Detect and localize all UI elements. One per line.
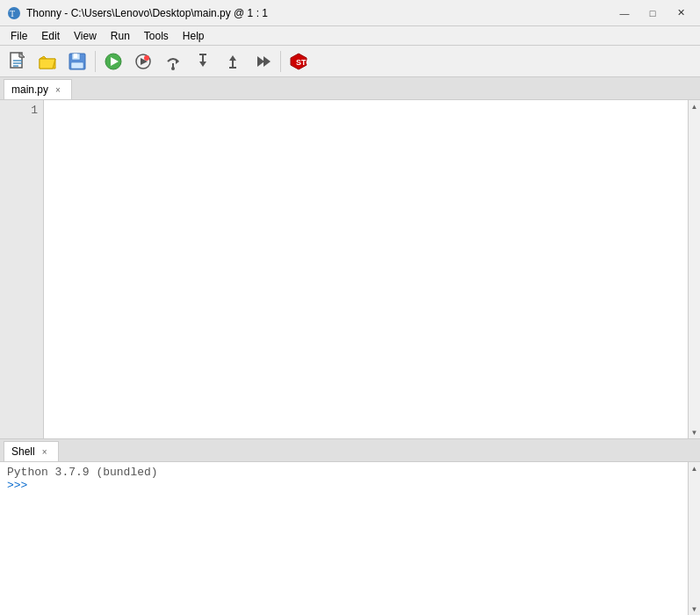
toolbar-separator-2: [280, 51, 281, 72]
stop-button[interactable]: STOP: [285, 48, 313, 75]
shell-tab[interactable]: Shell ×: [4, 441, 59, 461]
title-bar: T Thonny - C:\Users\Lenovo\Desktop\main.…: [0, 0, 700, 26]
menu-bar: File Edit View Run Tools Help: [0, 26, 700, 46]
maximize-button[interactable]: □: [640, 4, 665, 22]
line-number-1: 1: [0, 104, 38, 117]
menu-edit[interactable]: Edit: [34, 28, 67, 44]
line-numbers: 1: [0, 100, 44, 438]
svg-text:T: T: [10, 9, 15, 18]
save-button[interactable]: [63, 48, 91, 75]
svg-point-18: [171, 67, 175, 70]
title-controls: — □ ✕: [612, 4, 693, 22]
editor-area: main.py × 1 ▲ ▼: [0, 77, 700, 439]
debug-icon: [134, 52, 153, 71]
editor-content: 1 ▲ ▼: [0, 100, 700, 438]
menu-tools[interactable]: Tools: [137, 28, 176, 44]
scroll-up-arrow[interactable]: ▲: [689, 100, 701, 112]
resume-icon: [253, 52, 272, 71]
shell-tab-close-button[interactable]: ×: [39, 445, 51, 458]
step-into-icon: [193, 52, 213, 71]
menu-file[interactable]: File: [4, 28, 34, 44]
main-content: main.py × 1 ▲ ▼ Shell ×: [0, 77, 700, 615]
step-out-button[interactable]: [219, 48, 247, 75]
minimize-button[interactable]: —: [612, 4, 637, 22]
shell-scroll-down-arrow[interactable]: ▼: [689, 603, 701, 615]
shell-text[interactable]: Python 3.7.9 (bundled) >>>: [0, 462, 688, 615]
menu-help[interactable]: Help: [176, 28, 212, 44]
shell-prompt: >>>: [7, 479, 681, 492]
editor-scrollbar[interactable]: ▲ ▼: [688, 100, 700, 438]
tab-close-button[interactable]: ×: [52, 83, 64, 96]
step-over-button[interactable]: [159, 48, 187, 75]
svg-marker-20: [199, 62, 206, 67]
step-out-icon: [223, 52, 242, 71]
title-left: T Thonny - C:\Users\Lenovo\Desktop\main.…: [7, 6, 268, 20]
shell-content: Python 3.7.9 (bundled) >>> ▲ ▼: [0, 462, 700, 615]
debug-button[interactable]: [129, 48, 157, 75]
svg-rect-10: [71, 62, 83, 69]
shell-scroll-up-arrow[interactable]: ▲: [689, 462, 701, 474]
stop-icon: STOP: [289, 52, 308, 71]
svg-marker-26: [263, 56, 271, 67]
run-button[interactable]: [99, 48, 127, 75]
tab-label: main.py: [11, 83, 48, 96]
new-button[interactable]: [4, 48, 32, 75]
svg-text:STOP: STOP: [296, 58, 308, 67]
shell-tab-bar: Shell ×: [0, 439, 700, 462]
open-button[interactable]: [33, 48, 61, 75]
shell-version-text: Python 3.7.9 (bundled): [7, 466, 681, 479]
save-icon: [68, 52, 87, 71]
run-icon: [104, 52, 123, 71]
toolbar-separator-1: [95, 51, 96, 72]
step-over-icon: [163, 52, 183, 71]
scroll-track: [689, 112, 701, 426]
app-icon: T: [7, 6, 21, 20]
menu-view[interactable]: View: [67, 28, 104, 44]
editor-tab-main-py[interactable]: main.py ×: [4, 79, 72, 99]
svg-marker-25: [257, 56, 264, 67]
toolbar: STOP: [0, 46, 700, 77]
menu-run[interactable]: Run: [104, 28, 137, 44]
new-file-icon: [8, 52, 27, 71]
step-into-button[interactable]: [189, 48, 217, 75]
shell-scroll-track: [689, 474, 701, 603]
editor-tab-bar: main.py ×: [0, 77, 700, 100]
close-button[interactable]: ✕: [668, 4, 693, 22]
shell-tab-label: Shell: [11, 445, 35, 458]
svg-rect-9: [74, 54, 77, 58]
title-text: Thonny - C:\Users\Lenovo\Desktop\main.py…: [26, 7, 268, 19]
svg-marker-23: [229, 55, 236, 61]
code-editor[interactable]: [44, 100, 688, 438]
resume-button[interactable]: [249, 48, 277, 75]
shell-scrollbar[interactable]: ▲ ▼: [688, 462, 700, 615]
svg-point-15: [144, 55, 149, 61]
open-folder-icon: [38, 52, 57, 71]
shell-area: Shell × Python 3.7.9 (bundled) >>> ▲ ▼: [0, 439, 700, 615]
scroll-down-arrow[interactable]: ▼: [689, 426, 701, 438]
